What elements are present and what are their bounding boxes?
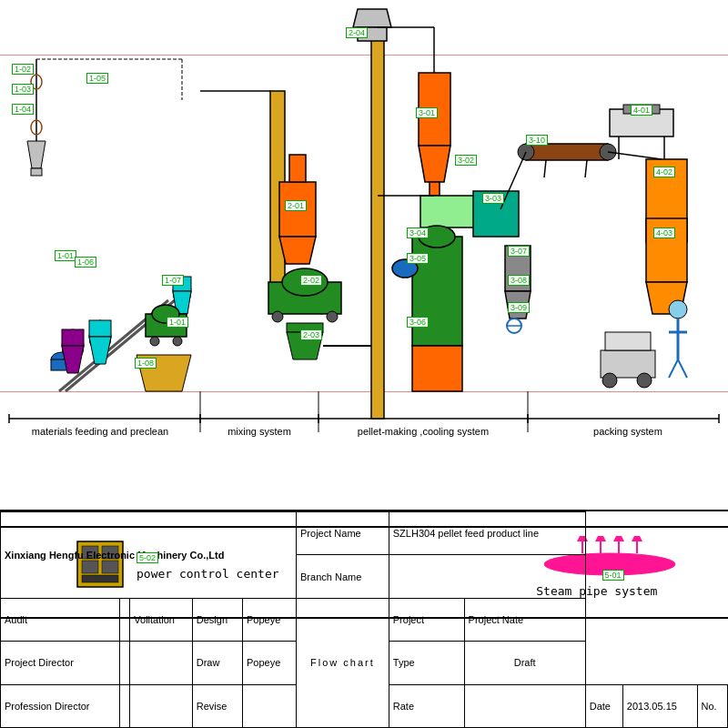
label-3-08: 3-08 (508, 275, 530, 286)
project-director-label: Project Director (1, 642, 120, 684)
svg-line-70 (585, 160, 587, 177)
svg-rect-60 (412, 346, 462, 391)
svg-line-87 (678, 359, 687, 378)
svg-marker-51 (419, 146, 450, 182)
svg-point-30 (150, 337, 159, 346)
project-name-value: SZLH304 pellet feed product line (389, 512, 585, 555)
svg-marker-37 (279, 237, 316, 264)
label-1-01: 1-01 (55, 250, 76, 261)
svg-line-76 (608, 152, 662, 159)
project-director-value (119, 642, 129, 684)
draw-label: Draw (192, 642, 242, 684)
audit-value (119, 598, 129, 641)
section-labels: materials feeding and preclean mixing sy… (0, 426, 728, 437)
label-1-08: 1-08 (135, 358, 157, 369)
rate-label: Rate (389, 684, 464, 727)
revise-value (242, 684, 296, 727)
label-3-01: 3-01 (416, 107, 438, 118)
label-4-03: 4-03 (653, 228, 675, 238)
volitation-label: Volitation (130, 598, 192, 641)
project-nate: Project Nate (464, 598, 585, 641)
date-value: 2013.05.15 (622, 684, 697, 727)
svg-point-42 (327, 311, 338, 322)
label-3-05: 3-05 (407, 253, 429, 264)
type-label: Type (389, 642, 464, 684)
svg-point-83 (669, 300, 687, 318)
section-label-4: packing system (528, 426, 728, 437)
svg-rect-66 (526, 144, 608, 160)
empty1 (130, 642, 192, 684)
section-label-2: mixing system (200, 426, 318, 437)
label-3-06: 3-06 (407, 317, 429, 328)
label-1-01b: 1-01 (167, 317, 188, 328)
audit-label: Audit (1, 598, 120, 641)
section-label-3: pellet-making ,cooling system (318, 426, 528, 437)
label-3-02: 3-02 (455, 155, 477, 166)
label-1-05: 1-05 (86, 73, 108, 84)
profession-director-label: Profession Director (1, 684, 120, 727)
diagram-svg (0, 0, 728, 528)
branch-name-value (389, 555, 585, 598)
profession-director-value (119, 684, 129, 727)
label-5-01: 5-01 (602, 570, 624, 581)
label-1-02: 1-02 (12, 64, 34, 75)
project-name-label: Project Name (297, 512, 389, 555)
label-2-02: 2-02 (300, 275, 322, 286)
label-1-07: 1-07 (162, 275, 184, 286)
empty2 (130, 684, 192, 727)
label-2-01: 2-01 (285, 200, 307, 211)
svg-line-86 (669, 359, 678, 378)
svg-rect-55 (420, 196, 475, 228)
svg-line-69 (544, 160, 546, 177)
design-value: Popeye (242, 598, 296, 641)
label-1-04: 1-04 (12, 104, 34, 115)
draw-value: Popeye (242, 642, 296, 684)
revise-label: Revise (192, 684, 242, 727)
svg-rect-38 (289, 155, 306, 182)
label-3-03: 3-03 (482, 193, 504, 204)
svg-rect-47 (371, 27, 384, 419)
label-3-04: 3-04 (407, 228, 429, 238)
label-2-03: 2-03 (300, 329, 322, 340)
title-block: Xinxiang Hengfu Electronic Machinery Co.… (0, 510, 728, 728)
date-label: Date (585, 684, 622, 727)
label-5-02: 5-02 (136, 552, 158, 563)
svg-rect-13 (31, 168, 42, 176)
diagram-area: 1-02 1-03 1-04 1-05 1-01 1-06 1-07 1-08 … (0, 0, 728, 528)
label-3-10: 3-10 (526, 135, 548, 146)
project-label: Project (389, 598, 464, 641)
label-3-07: 3-07 (508, 246, 530, 257)
label-3-09: 3-09 (508, 302, 530, 313)
branch-name-label: Branch Name (297, 555, 389, 598)
svg-point-91 (637, 373, 652, 388)
rate-value (464, 684, 585, 727)
type-value: Draft (464, 642, 585, 684)
svg-rect-52 (430, 182, 440, 196)
label-2-04: 2-04 (346, 27, 368, 38)
no-label: No. (697, 684, 727, 727)
svg-rect-19 (62, 329, 84, 346)
svg-point-41 (272, 311, 283, 322)
svg-marker-23 (89, 337, 111, 364)
design-label: Design (192, 598, 242, 641)
svg-rect-22 (89, 320, 111, 337)
svg-point-31 (173, 337, 182, 346)
section-label-1: materials feeding and preclean (0, 426, 200, 437)
svg-rect-89 (605, 332, 651, 350)
flow-chart-title: Flow chart (297, 598, 389, 727)
label-1-06: 1-06 (75, 257, 96, 268)
svg-marker-12 (27, 141, 46, 168)
svg-point-90 (602, 373, 617, 388)
label-1-03: 1-03 (12, 84, 34, 95)
label-4-01: 4-01 (631, 105, 652, 116)
label-4-02: 4-02 (653, 167, 675, 177)
svg-marker-48 (353, 9, 391, 27)
